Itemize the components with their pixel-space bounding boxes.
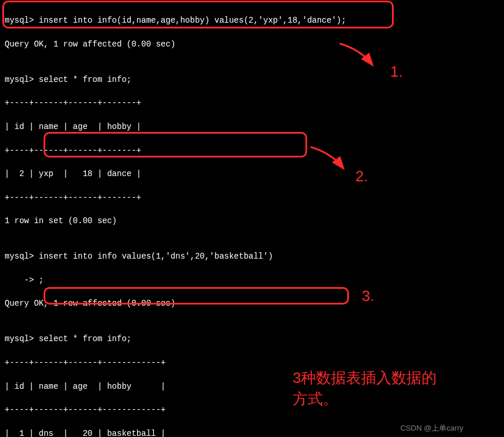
annotation-number-3: 3. (362, 287, 375, 305)
sql-line: mysql> insert into info values(1,'dns',2… (5, 250, 499, 262)
table-border: +----+------+------+-------+ (5, 145, 499, 156)
annotation-note-line: 方式。 (293, 388, 437, 409)
watermark: CSDN @上单carry (400, 423, 463, 434)
annotation-note-line: 3种数据表插入数据的 (293, 367, 437, 388)
result-line: 1 row in set (0.00 sec) (5, 215, 499, 227)
result-line: Query OK, 1 row affected (0.00 sec) (5, 38, 499, 50)
table-border: +----+------+------+-------+ (5, 97, 499, 109)
result-line: Query OK, 1 row affected (0.00 sec) (5, 298, 499, 309)
table-border: +----+------+------+-------+ (5, 192, 499, 203)
annotation-note: 3种数据表插入数据的 方式。 (293, 367, 437, 410)
sql-line: mysql> insert into info(id,name,age,hobb… (5, 15, 499, 26)
table-row: | 2 | yxp | 18 | dance | (5, 168, 499, 180)
table-header: | id | name | age | hobby | (5, 121, 499, 132)
annotation-number-1: 1. (390, 63, 403, 81)
sql-line: mysql> select * from info; (5, 333, 499, 345)
sql-line: mysql> select * from info; (5, 74, 499, 85)
sql-line: -> ; (5, 274, 499, 286)
annotation-number-2: 2. (355, 167, 368, 185)
